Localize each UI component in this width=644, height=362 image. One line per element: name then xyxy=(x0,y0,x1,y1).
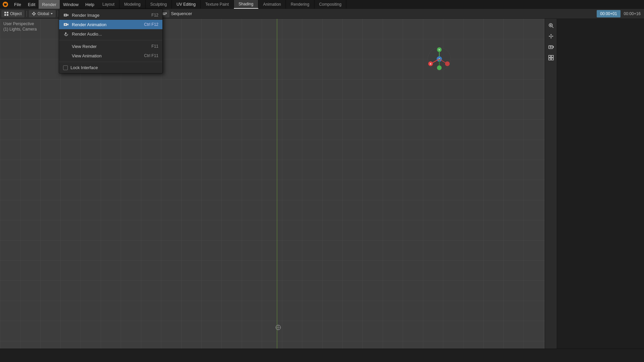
view-animation-shortcut: Ctrl F11 xyxy=(144,53,158,58)
tab-layout[interactable]: Layout xyxy=(98,0,119,9)
menu-bar: File Edit Render Window Help Layout Mode… xyxy=(0,0,644,9)
green-line xyxy=(277,19,277,349)
camera-tool[interactable] xyxy=(546,42,556,52)
svg-rect-3 xyxy=(4,12,6,13)
grid-tool[interactable] xyxy=(546,53,556,62)
render-image-label: Render Image xyxy=(72,13,99,18)
tab-uv-editing[interactable]: UV Editing xyxy=(172,0,201,9)
tab-modeling[interactable]: Modeling xyxy=(119,0,146,9)
camera-anim-icon xyxy=(63,21,69,28)
svg-marker-59 xyxy=(67,14,68,16)
pan-tool[interactable] xyxy=(546,32,556,41)
tab-shading[interactable]: Shading xyxy=(234,0,258,9)
menu-render-audio[interactable]: Render Audio... xyxy=(59,29,162,39)
svg-marker-12 xyxy=(51,13,53,14)
menu-file[interactable]: File xyxy=(11,0,24,9)
right-panel xyxy=(557,19,644,349)
svg-rect-54 xyxy=(549,55,551,57)
svg-line-48 xyxy=(552,27,553,28)
render-animation-shortcut: Ctrl F12 xyxy=(144,22,158,27)
menu-render-animation[interactable]: Render Animation Ctrl F12 xyxy=(59,20,162,29)
menu-render[interactable]: Render xyxy=(39,0,60,9)
menu-help[interactable]: Help xyxy=(82,0,98,9)
svg-point-53 xyxy=(550,46,551,48)
audio-icon xyxy=(63,31,69,37)
svg-point-63 xyxy=(65,24,66,25)
separator-2 xyxy=(59,62,162,62)
svg-rect-57 xyxy=(551,58,553,60)
view-anim-icon xyxy=(63,53,69,59)
svg-rect-5 xyxy=(4,14,6,16)
menu-window[interactable]: Window xyxy=(60,0,82,9)
3d-gizmo[interactable]: Y Z X xyxy=(426,46,453,72)
view-render-label: View Render xyxy=(72,44,97,49)
svg-rect-4 xyxy=(7,12,8,13)
render-dropdown-menu: Render Image F12 Render Animation Ctrl F… xyxy=(59,9,163,73)
render-animation-label: Render Animation xyxy=(72,22,106,27)
view-render-shortcut: F11 xyxy=(151,44,158,49)
tool-sidebar xyxy=(545,19,557,349)
tab-texture-paint[interactable]: Texture Paint xyxy=(201,0,234,9)
editor-type-btn[interactable]: Object xyxy=(1,10,24,17)
sequencer-label: Sequencer xyxy=(171,11,192,16)
svg-rect-64 xyxy=(65,32,66,35)
timeline-panel xyxy=(0,349,644,362)
svg-point-41 xyxy=(445,61,450,66)
lock-interface-label: Lock Interface xyxy=(70,65,98,70)
menu-lock-interface[interactable]: Lock Interface xyxy=(59,63,162,72)
viewport-info: User Perspective (1) Lights, Camera xyxy=(3,21,37,32)
camera-icon xyxy=(63,12,69,18)
menu-render-image[interactable]: Render Image F12 xyxy=(59,10,162,20)
time-end: 00:00+16 xyxy=(622,11,643,16)
view-render-icon xyxy=(63,43,69,49)
tab-compositing[interactable]: Compositing xyxy=(314,0,347,9)
svg-rect-30 xyxy=(163,14,165,15)
menu-bar-left: File Edit Render Window Help xyxy=(11,0,98,9)
menu-view-animation[interactable]: View Animation Ctrl F11 xyxy=(59,51,162,60)
svg-rect-29 xyxy=(163,13,166,14)
scene-label: (1) Lights, Camera xyxy=(3,27,37,32)
object-label: Object xyxy=(10,11,22,16)
origin-crosshair xyxy=(275,324,282,332)
svg-rect-6 xyxy=(7,14,8,16)
svg-point-43 xyxy=(437,65,442,70)
svg-text:Y: Y xyxy=(438,48,440,51)
svg-point-2 xyxy=(5,2,6,4)
tab-rendering[interactable]: Rendering xyxy=(286,0,314,9)
global-label: Global xyxy=(38,11,49,16)
view-animation-label: View Animation xyxy=(72,53,102,58)
render-audio-label: Render Audio... xyxy=(72,32,102,37)
svg-marker-62 xyxy=(67,23,68,25)
sep1 xyxy=(27,11,27,17)
menu-view-render[interactable]: View Render F11 xyxy=(59,42,162,51)
zoom-tool[interactable] xyxy=(546,21,556,30)
blender-logo[interactable] xyxy=(0,0,11,9)
sep2 xyxy=(58,11,58,17)
tab-animation[interactable]: Animation xyxy=(258,0,286,9)
time-current[interactable]: 00:00+01 xyxy=(597,10,620,17)
svg-rect-55 xyxy=(551,55,553,57)
svg-text:X: X xyxy=(430,62,432,65)
transform-btn[interactable]: Global xyxy=(29,10,56,17)
svg-point-60 xyxy=(65,14,66,16)
menu-edit[interactable]: Edit xyxy=(24,0,39,9)
svg-point-7 xyxy=(33,13,35,15)
workspace-tabs: Layout Modeling Sculpting UV Editing Tex… xyxy=(98,0,644,9)
perspective-label: User Perspective xyxy=(3,21,37,26)
render-image-shortcut: F12 xyxy=(151,13,158,17)
separator-1 xyxy=(59,40,162,40)
svg-rect-56 xyxy=(549,58,551,60)
lock-interface-checkbox[interactable] xyxy=(63,65,68,70)
tab-sculpting[interactable]: Sculpting xyxy=(146,0,172,9)
